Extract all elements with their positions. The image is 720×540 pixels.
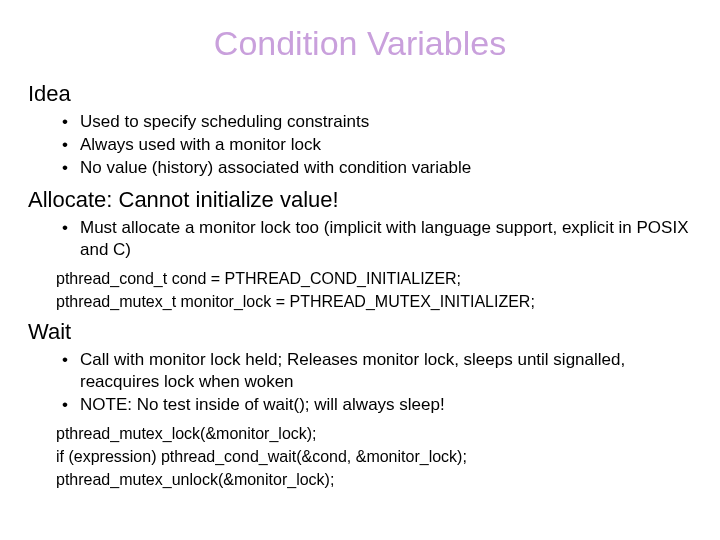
code-line: pthread_mutex_lock(&monitor_lock); — [56, 424, 692, 445]
list-item: NOTE: No test inside of wait(); will alw… — [80, 394, 692, 416]
slide-title: Condition Variables — [28, 24, 692, 63]
section-wait-heading: Wait — [28, 319, 692, 345]
section-allocate-heading: Allocate: Cannot initialize value! — [28, 187, 692, 213]
section-allocate-bullets: Must allocate a monitor lock too (implic… — [28, 217, 692, 261]
list-item: Used to specify scheduling constraints — [80, 111, 692, 133]
list-item: No value (history) associated with condi… — [80, 157, 692, 179]
section-wait-bullets: Call with monitor lock held; Releases mo… — [28, 349, 692, 416]
list-item: Call with monitor lock held; Releases mo… — [80, 349, 692, 393]
code-line: pthread_cond_t cond = PTHREAD_COND_INITI… — [56, 269, 692, 290]
list-item: Must allocate a monitor lock too (implic… — [80, 217, 692, 261]
section-idea-bullets: Used to specify scheduling constraints A… — [28, 111, 692, 179]
code-line: pthread_mutex_unlock(&monitor_lock); — [56, 470, 692, 491]
code-line: pthread_mutex_t monitor_lock = PTHREAD_M… — [56, 292, 692, 313]
code-line: if (expression) pthread_cond_wait(&cond,… — [56, 447, 692, 468]
list-item: Always used with a monitor lock — [80, 134, 692, 156]
section-idea-heading: Idea — [28, 81, 692, 107]
